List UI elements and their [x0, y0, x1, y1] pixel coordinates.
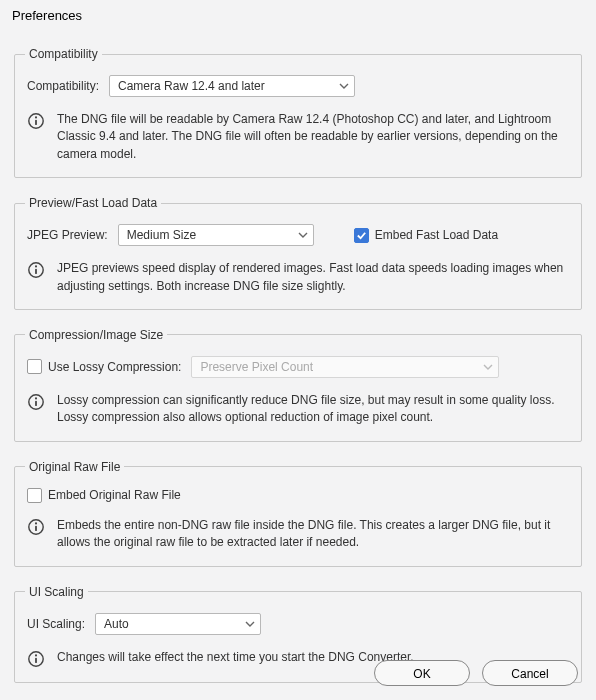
cancel-button[interactable]: Cancel	[482, 660, 578, 686]
jpeg-preview-select-value[interactable]: Medium Size	[118, 224, 314, 246]
compression-group: Compression/Image Size Use Lossy Compres…	[14, 328, 582, 442]
uiscaling-label: UI Scaling:	[27, 617, 85, 631]
checkmark-icon	[356, 230, 367, 241]
uiscaling-legend: UI Scaling	[25, 585, 88, 599]
checkbox-box[interactable]	[27, 488, 42, 503]
preview-legend: Preview/Fast Load Data	[25, 196, 161, 210]
embed-original-checkbox[interactable]: Embed Original Raw File	[27, 488, 181, 503]
uiscaling-select-value[interactable]: Auto	[95, 613, 261, 635]
info-icon	[27, 650, 45, 668]
use-lossy-checkbox[interactable]: Use Lossy Compression:	[27, 359, 181, 374]
svg-rect-1	[35, 120, 37, 125]
embed-fastload-checkbox[interactable]: Embed Fast Load Data	[354, 228, 498, 243]
compatibility-select-value[interactable]: Camera Raw 12.4 and later	[109, 75, 355, 97]
preserve-select-value: Preserve Pixel Count	[191, 356, 499, 378]
checkbox-box[interactable]	[354, 228, 369, 243]
window-title: Preferences	[0, 0, 596, 27]
svg-rect-13	[35, 657, 37, 662]
info-icon	[27, 261, 45, 279]
embed-original-label: Embed Original Raw File	[48, 488, 181, 502]
svg-rect-10	[35, 525, 37, 530]
embed-fastload-label: Embed Fast Load Data	[375, 228, 498, 242]
info-icon	[27, 112, 45, 130]
compatibility-group: Compatibility Compatibility: Camera Raw …	[14, 47, 582, 178]
svg-rect-7	[35, 401, 37, 406]
preview-group: Preview/Fast Load Data JPEG Preview: Med…	[14, 196, 582, 310]
compression-info: Lossy compression can significantly redu…	[57, 392, 569, 427]
svg-point-2	[35, 116, 37, 118]
preserve-select: Preserve Pixel Count	[191, 356, 499, 378]
compatibility-label: Compatibility:	[27, 79, 99, 93]
compression-legend: Compression/Image Size	[25, 328, 167, 342]
svg-point-11	[35, 522, 37, 524]
uiscaling-select[interactable]: Auto	[95, 613, 261, 635]
preview-info: JPEG previews speed display of rendered …	[57, 260, 569, 295]
svg-point-14	[35, 654, 37, 656]
jpeg-preview-label: JPEG Preview:	[27, 228, 108, 242]
ok-button[interactable]: OK	[374, 660, 470, 686]
jpeg-preview-select[interactable]: Medium Size	[118, 224, 314, 246]
svg-point-5	[35, 265, 37, 267]
dialog-buttons: OK Cancel	[374, 660, 578, 686]
checkbox-box[interactable]	[27, 359, 42, 374]
original-legend: Original Raw File	[25, 460, 124, 474]
info-icon	[27, 393, 45, 411]
use-lossy-label: Use Lossy Compression:	[48, 360, 181, 374]
compatibility-legend: Compatibility	[25, 47, 102, 61]
info-icon	[27, 518, 45, 536]
original-group: Original Raw File Embed Original Raw Fil…	[14, 460, 582, 567]
original-info: Embeds the entire non-DNG raw file insid…	[57, 517, 569, 552]
svg-point-8	[35, 397, 37, 399]
svg-rect-4	[35, 269, 37, 274]
compatibility-select[interactable]: Camera Raw 12.4 and later	[109, 75, 355, 97]
compatibility-info: The DNG file will be readable by Camera …	[57, 111, 569, 163]
